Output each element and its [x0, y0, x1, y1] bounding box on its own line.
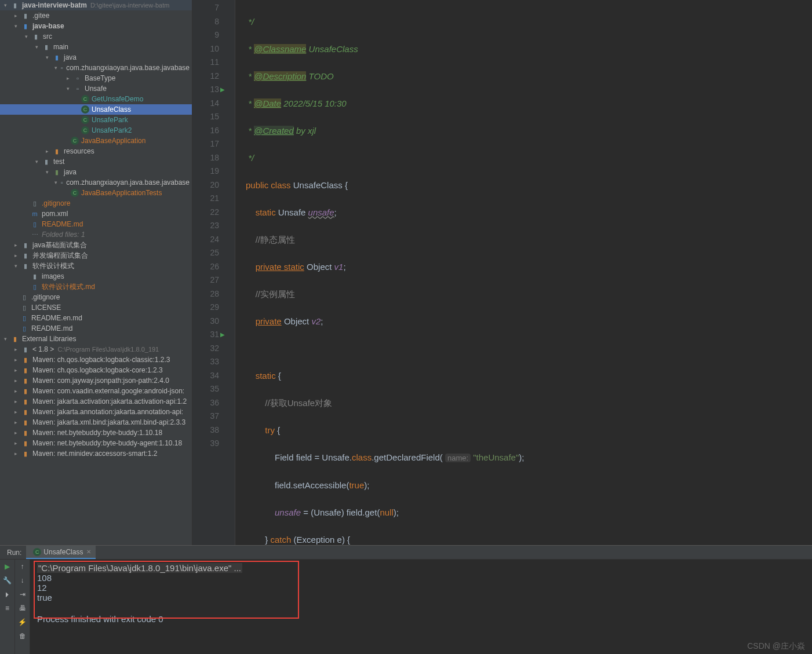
- fold-column[interactable]: [227, 0, 235, 545]
- library-icon: ▮: [21, 366, 30, 375]
- run-gutter-icon[interactable]: ▶: [220, 328, 225, 342]
- run-panel: Run: C UnsafeClass ✕ ▶ 🔧 ⏵ ≡ ↑ ↓ ⇥ 🖶 ⚡ 🗑…: [0, 545, 812, 654]
- tree-unsafepark2[interactable]: CUnsafePark2: [0, 125, 192, 136]
- package-icon: ▫: [73, 84, 82, 93]
- library-icon: ▮: [21, 407, 30, 416]
- run-label: Run:: [2, 549, 26, 557]
- run-tab-title: UnsafeClass: [43, 548, 83, 556]
- run-toolbar-left: ▶ 🔧 ⏵ ≡: [0, 560, 15, 654]
- folder-icon: ▮: [21, 240, 30, 250]
- folder-icon: ▮: [21, 11, 30, 20]
- tree-m3[interactable]: ▸▮Maven: com.jayway.jsonpath:json-path:2…: [0, 375, 192, 386]
- editor[interactable]: 7 8 9 10 11 12 13▶ 14 15 16 17 18 19 20 …: [192, 0, 812, 545]
- markdown-icon: ▯: [20, 324, 29, 333]
- down-button[interactable]: ↓: [17, 575, 28, 586]
- tree-images[interactable]: ▮images: [0, 271, 192, 282]
- tree-m4[interactable]: ▸▮Maven: com.vaadin.external.google:andr…: [0, 386, 192, 396]
- file-icon: ▯: [20, 293, 29, 302]
- filter-button[interactable]: ⚡: [17, 616, 28, 628]
- tree-ext-lib[interactable]: ▾▮External Libraries: [0, 334, 192, 344]
- library-icon: ▮: [21, 449, 30, 458]
- up-button[interactable]: ↑: [17, 561, 28, 572]
- tree-package[interactable]: ▾▫com.zhuangxiaoyan.java.base.javabase: [0, 63, 192, 73]
- settings-button[interactable]: 🔧: [2, 575, 13, 586]
- class-icon: C: [81, 126, 89, 134]
- tree-java[interactable]: ▾▮java: [0, 52, 192, 63]
- console-output[interactable]: "C:\Program Files\Java\jdk1.8.0_191\bin\…: [30, 560, 812, 654]
- maven-icon: m: [30, 209, 39, 218]
- tree-readme1[interactable]: ▯README.md: [0, 219, 192, 229]
- file-icon: ▯: [30, 199, 39, 208]
- tree-design-md[interactable]: ▯软件设计模式.md: [0, 282, 192, 292]
- tree-unsafe-pkg[interactable]: ▾▫Unsafe: [0, 83, 192, 94]
- tree-m2[interactable]: ▸▮Maven: ch.qos.logback:logback-core:1.2…: [0, 365, 192, 375]
- more-button[interactable]: ≡: [2, 602, 13, 614]
- tree-m9[interactable]: ▸▮Maven: net.bytebuddy:byte-buddy-agent:…: [0, 438, 192, 448]
- rerun-button[interactable]: ▶: [2, 561, 13, 572]
- print-button[interactable]: 🖶: [17, 602, 28, 614]
- class-icon: C: [71, 189, 79, 197]
- tree-test-java[interactable]: ▾▮java: [0, 167, 192, 177]
- folder-icon: ▮: [42, 42, 51, 52]
- run-gutter-icon[interactable]: ▶: [220, 83, 225, 97]
- tree-pom[interactable]: mpom.xml: [0, 209, 192, 219]
- tree-license[interactable]: ▯LICENSE: [0, 302, 192, 313]
- code-content[interactable]: */ * @Classname UnsafeClass * @Descripti…: [235, 0, 812, 545]
- tree-java-base[interactable]: ▾▮java-base: [0, 21, 192, 31]
- markdown-icon: ▯: [30, 282, 39, 291]
- tree-design[interactable]: ▾▮软件设计模式: [0, 261, 192, 271]
- line-gutter: 7 8 9 10 11 12 13▶ 14 15 16 17 18 19 20 …: [192, 0, 227, 545]
- tree-m8[interactable]: ▸▮Maven: net.bytebuddy:byte-buddy:1.10.1…: [0, 428, 192, 438]
- wrap-button[interactable]: ⇥: [17, 589, 28, 600]
- file-icon: ▯: [20, 303, 29, 312]
- project-root[interactable]: ▾▮java-interview-batmD:\gitee\java-inter…: [0, 0, 192, 10]
- tree-unsafepark[interactable]: CUnsafePark: [0, 115, 192, 125]
- tree-m1[interactable]: ▸▮Maven: ch.qos.logback:logback-classic:…: [0, 355, 192, 365]
- folder-icon: ▮: [10, 1, 20, 10]
- source-folder-icon: ▮: [52, 53, 61, 62]
- console-line: 108: [37, 573, 805, 583]
- resources-folder-icon: ▮: [52, 147, 61, 156]
- package-icon: ▫: [60, 178, 64, 187]
- tree-folded[interactable]: ⋯Folded files: 1: [0, 229, 192, 240]
- close-icon[interactable]: ✕: [86, 549, 91, 555]
- library-icon: ▮: [10, 334, 20, 344]
- tree-gitignore2[interactable]: ▯.gitignore: [0, 292, 192, 302]
- tree-concurrent[interactable]: ▸▮并发编程面试集合: [0, 250, 192, 261]
- tree-basetype[interactable]: ▸▫BaseType: [0, 73, 192, 83]
- tree-m5[interactable]: ▸▮Maven: jakarta.activation:jakarta.acti…: [0, 396, 192, 407]
- run-tab[interactable]: C UnsafeClass ✕: [26, 546, 96, 559]
- console-line: 12: [37, 583, 805, 593]
- clear-button[interactable]: 🗑: [17, 630, 28, 642]
- tree-src[interactable]: ▾▮src: [0, 31, 192, 42]
- tree-m6[interactable]: ▸▮Maven: jakarta.annotation:jakarta.anno…: [0, 407, 192, 417]
- class-icon: C: [33, 548, 41, 556]
- tree-jdk[interactable]: ▸▮< 1.8 >C:\Program Files\Java\jdk1.8.0_…: [0, 344, 192, 355]
- tree-test-pkg[interactable]: ▾▫com.zhuangxiaoyan.java.base.javabase: [0, 177, 192, 188]
- library-icon: ▮: [21, 418, 30, 427]
- library-icon: ▮: [21, 376, 30, 385]
- tree-gitee[interactable]: ▸▮.gitee: [0, 10, 192, 21]
- tree-readme-en[interactable]: ▯README.en.md: [0, 313, 192, 323]
- tree-unsafeclass[interactable]: CUnsafeClass: [0, 104, 192, 115]
- tree-tests[interactable]: CJavaBaseApplicationTests: [0, 188, 192, 198]
- tree-gitignore1[interactable]: ▯.gitignore: [0, 198, 192, 209]
- folder-icon: ▮: [21, 261, 30, 271]
- tree-getunsafe[interactable]: CGetUnsafeDemo: [0, 94, 192, 104]
- tree-m7[interactable]: ▸▮Maven: jakarta.xml.bind:jakarta.xml.bi…: [0, 417, 192, 428]
- tree-readme2[interactable]: ▯README.md: [0, 323, 192, 334]
- project-tree[interactable]: ▾▮java-interview-batmD:\gitee\java-inter…: [0, 0, 192, 545]
- tree-javabaseapp[interactable]: CJavaBaseApplication: [0, 136, 192, 146]
- class-icon: C: [81, 105, 89, 114]
- test-folder-icon: ▮: [52, 167, 61, 177]
- tree-m10[interactable]: ▸▮Maven: net.minidev:accessors-smart:1.2: [0, 448, 192, 459]
- package-icon: ▫: [60, 63, 64, 72]
- run-toolbar-right: ↑ ↓ ⇥ 🖶 ⚡ 🗑: [15, 560, 30, 654]
- class-icon: C: [71, 137, 79, 145]
- tree-java-basic[interactable]: ▸▮java基础面试集合: [0, 240, 192, 250]
- tree-resources[interactable]: ▸▮resources: [0, 146, 192, 156]
- class-icon: C: [81, 95, 89, 103]
- tree-main[interactable]: ▾▮main: [0, 42, 192, 52]
- tree-test[interactable]: ▾▮test: [0, 156, 192, 167]
- pin-button[interactable]: ⏵: [2, 589, 13, 600]
